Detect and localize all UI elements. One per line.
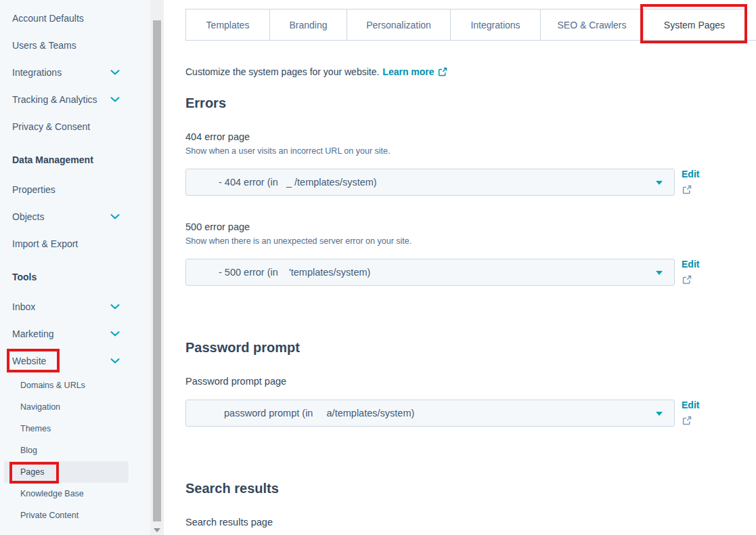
field-description: Show when a user visits an incorrect URL… bbox=[185, 146, 756, 156]
select-404-error-page[interactable]: - 404 error (in _ /templates/system) bbox=[185, 169, 675, 196]
tab-label: SEO & Crawlers bbox=[558, 20, 627, 30]
chevron-down-icon bbox=[110, 97, 120, 102]
sidebar-item-label: Privacy & Consent bbox=[12, 121, 90, 132]
chevron-down-icon bbox=[110, 304, 120, 309]
field-label: Password prompt page bbox=[185, 376, 756, 387]
field-label: 404 error page bbox=[185, 131, 756, 142]
edit-actions: Edit bbox=[682, 259, 699, 286]
sidebar-item-label: Pages bbox=[20, 467, 44, 477]
sidebar-item-label: Tracking & Analytics bbox=[12, 94, 97, 105]
tab-label: System Pages bbox=[664, 20, 725, 30]
tab-label: Templates bbox=[206, 20, 250, 30]
tab-personalization[interactable]: Personalization bbox=[347, 9, 450, 40]
tab-bar: Templates Branding Personalization Integ… bbox=[185, 9, 756, 41]
sidebar-item-label: Tools bbox=[12, 272, 37, 282]
tab-label: Personalization bbox=[366, 20, 431, 30]
tab-system-pages[interactable]: System Pages bbox=[643, 9, 746, 40]
sidebar-item-integrations[interactable]: Integrations bbox=[0, 59, 150, 86]
scrollbar-thumb[interactable] bbox=[153, 20, 161, 521]
sidebar-item-properties[interactable]: Properties bbox=[0, 176, 150, 203]
section-fields: Search results page bbox=[185, 517, 756, 528]
sections: Errors 404 error page Show when a user v… bbox=[185, 95, 756, 528]
sidebar-item-label: Website bbox=[12, 356, 46, 366]
external-link-icon bbox=[682, 185, 692, 194]
sidebar-item-label: Private Content bbox=[20, 511, 79, 520]
select-row: - 404 error (in _ /templates/system) Edi… bbox=[185, 169, 756, 196]
tab-seo-crawlers[interactable]: SEO & Crawlers bbox=[540, 9, 643, 40]
open-in-new-button[interactable] bbox=[682, 275, 699, 284]
sidebar-item-domains-urls[interactable]: Domains & URLs bbox=[0, 374, 150, 396]
main-content: Templates Branding Personalization Integ… bbox=[164, 0, 756, 535]
edit-actions: Edit bbox=[682, 400, 699, 427]
open-in-new-button[interactable] bbox=[682, 185, 699, 194]
sidebar-item-label: Marketing bbox=[12, 328, 53, 339]
external-link-icon bbox=[682, 416, 692, 425]
sidebar-item-import-export[interactable]: Import & Export bbox=[0, 230, 150, 257]
chevron-down-icon bbox=[110, 331, 120, 337]
chevron-down-icon bbox=[110, 70, 120, 75]
select-password-prompt-page[interactable]: password prompt (in a/templates/system) bbox=[185, 400, 675, 427]
edit-link[interactable]: Edit bbox=[682, 259, 699, 270]
sidebar-item-privacy-consent[interactable]: Privacy & Consent bbox=[0, 113, 150, 140]
field-500-error-page: 500 error page Show when there is an une… bbox=[185, 221, 756, 286]
sidebar-item-themes[interactable]: Themes bbox=[0, 418, 150, 440]
sidebar-item-blog[interactable]: Blog bbox=[0, 440, 150, 461]
sidebar-item-label: Navigation bbox=[20, 402, 60, 412]
tab-label: Branding bbox=[289, 20, 327, 30]
external-link-icon bbox=[438, 67, 447, 77]
sidebar-item-tools: Tools bbox=[0, 263, 150, 291]
learn-more-label: Learn more bbox=[382, 66, 434, 77]
sidebar-item-navigation[interactable]: Navigation bbox=[0, 396, 150, 418]
edit-link[interactable]: Edit bbox=[682, 169, 699, 179]
sidebar-item-label: Data Management bbox=[12, 154, 93, 165]
learn-more-link[interactable]: Learn more bbox=[382, 66, 447, 77]
field-label: 500 error page bbox=[185, 221, 756, 232]
sidebar-item-label: Blog bbox=[20, 446, 37, 455]
field-description: Show when there is an unexpected server … bbox=[185, 236, 756, 246]
sidebar-item-label: Import & Export bbox=[12, 238, 78, 249]
scrollbar-down-arrow[interactable] bbox=[154, 528, 160, 532]
sidebar-item-private-content[interactable]: Private Content bbox=[0, 505, 150, 526]
tab-integrations[interactable]: Integrations bbox=[450, 9, 540, 40]
caret-down-icon bbox=[656, 181, 663, 185]
field-label: Search results page bbox=[185, 517, 756, 528]
open-in-new-button[interactable] bbox=[682, 416, 699, 425]
tab-branding[interactable]: Branding bbox=[269, 9, 347, 40]
sidebar-item-label: Integrations bbox=[12, 67, 62, 78]
sidebar-item-tracking-analytics[interactable]: Tracking & Analytics bbox=[0, 86, 150, 113]
sidebar-item-account-defaults[interactable]: Account Defaults bbox=[0, 5, 150, 32]
sidebar-item-marketing[interactable]: Marketing bbox=[0, 320, 150, 347]
sidebar-item-label: Users & Teams bbox=[12, 40, 76, 51]
section-fields: 404 error page Show when a user visits a… bbox=[185, 131, 756, 286]
sidebar-item-inbox[interactable]: Inbox bbox=[0, 293, 150, 320]
sidebar-item-objects[interactable]: Objects bbox=[0, 203, 150, 230]
field-password-prompt-page: Password prompt page password prompt (in… bbox=[185, 376, 756, 427]
tab-templates[interactable]: Templates bbox=[185, 9, 269, 40]
intro-text: Customize the system pages for your webs… bbox=[185, 66, 379, 77]
sidebar-item-label: Domains & URLs bbox=[20, 381, 85, 390]
section-errors: Errors 404 error page Show when a user v… bbox=[185, 95, 756, 286]
sidebar-item-knowledge-base[interactable]: Knowledge Base bbox=[0, 483, 150, 505]
sidebar-item-users-teams[interactable]: Users & Teams bbox=[0, 32, 150, 59]
select-value: password prompt (in a/templates/system) bbox=[219, 408, 414, 419]
sidebar-item-label: Themes bbox=[20, 424, 51, 433]
section-heading: Password prompt bbox=[185, 340, 756, 356]
caret-down-icon bbox=[656, 271, 663, 275]
sidebar-item-label: Account Defaults bbox=[12, 13, 84, 24]
select-value: - 500 error (in 'templates/system) bbox=[219, 267, 370, 278]
select-500-error-page[interactable]: - 500 error (in 'templates/system) bbox=[185, 259, 675, 286]
intro-text-row: Customize the system pages for your webs… bbox=[185, 66, 756, 77]
sidebar-item-label: Properties bbox=[12, 184, 55, 195]
chevron-down-icon bbox=[110, 214, 120, 219]
section-heading: Search results bbox=[185, 481, 756, 496]
field-404-error-page: 404 error page Show when a user visits a… bbox=[185, 131, 756, 196]
select-row: password prompt (in a/templates/system) … bbox=[185, 400, 756, 427]
edit-link[interactable]: Edit bbox=[682, 400, 699, 410]
settings-window: Account Defaults Users & Teams Integrati… bbox=[0, 0, 756, 535]
edit-actions: Edit bbox=[682, 169, 699, 196]
chevron-down-icon bbox=[110, 358, 120, 364]
sidebar-item-website[interactable]: Website bbox=[0, 347, 150, 374]
sidebar-item-pages[interactable]: Pages bbox=[4, 461, 129, 483]
sidebar-item-label: Objects bbox=[12, 211, 44, 222]
tab-label: Integrations bbox=[470, 20, 520, 30]
